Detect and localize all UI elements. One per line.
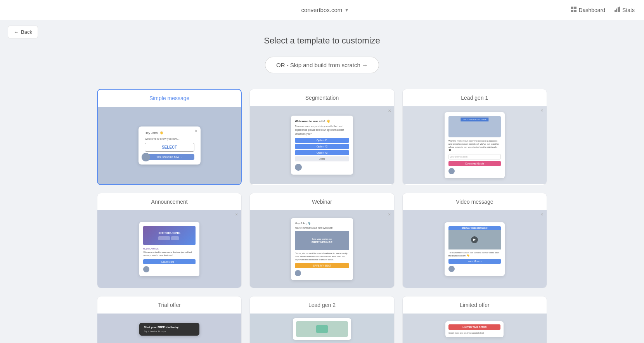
ann-preview-widget: ✕ INTRODUCING NEW FEATURES We are excite… <box>139 222 199 276</box>
preview-close-icon: ✕ <box>388 213 391 217</box>
seg-avatar <box>295 164 302 171</box>
trial-text: Start your FREE trial today! <box>144 326 195 329</box>
lead-avatar <box>448 168 455 174</box>
template-card-lead-gen-1[interactable]: Lead gen 1 ✕ FREE TRAINING COURSE Want t… <box>402 89 547 185</box>
svg-rect-5 <box>616 9 617 12</box>
ann-tag: NEW FEATURES <box>143 248 196 250</box>
preview-greeting: Hey John, 👋 <box>145 131 194 135</box>
lead-email-field: your@email.com <box>448 154 501 159</box>
template-card-lead-gen-2[interactable]: Lead gen 2 <box>249 296 394 343</box>
seg-other: Other <box>295 156 349 161</box>
skip-button[interactable]: OR - Skip and build from scratch → <box>265 57 379 73</box>
template-label-seg: Segmentation <box>250 89 394 106</box>
brand-selector[interactable]: convertbox.com ▼ <box>301 7 349 13</box>
nav-links: Dashboard Stats <box>571 7 635 13</box>
vid-body: To learn more about the content in this … <box>448 251 501 258</box>
stats-link[interactable]: Stats <box>615 7 635 13</box>
template-card-video-message[interactable]: Video message ✕ SPECIAL VIDEO MESSAGE! ▶… <box>402 193 547 288</box>
template-preview-vid: ✕ SPECIAL VIDEO MESSAGE! ▶ To learn more… <box>403 210 547 288</box>
web-image: Save your seat on our FREE WEBINAR <box>295 231 349 250</box>
seg-title: Welcome to our site! 👋 <box>295 120 349 123</box>
web-cta: SAVE MY SEAT <box>295 263 349 268</box>
template-preview-trial: Start your FREE trial today! Try it free… <box>97 314 241 343</box>
lead-footer <box>448 168 501 174</box>
dashboard-link[interactable]: Dashboard <box>571 7 606 13</box>
web-footer <box>295 270 349 276</box>
template-preview-seg: ✕ Welcome to our site! 👋 To make sure we… <box>250 106 394 184</box>
vid-avatar <box>448 266 455 272</box>
preview-close-icon: ✕ <box>540 213 544 217</box>
top-nav: convertbox.com ▼ Dashboard <box>0 0 644 20</box>
dashboard-label: Dashboard <box>579 7 606 13</box>
template-card-webinar[interactable]: Webinar ✕ Hey John, 🎙️ You're invited to… <box>249 193 394 288</box>
template-card-announcement[interactable]: Announcement ✕ INTRODUCING NEW FEATURE <box>97 193 242 288</box>
template-preview-limited: LIMITED TIME OFFER Don't miss out on thi… <box>403 314 547 343</box>
template-label-limited: Limited offer <box>403 296 547 314</box>
svg-rect-0 <box>571 7 573 9</box>
web-body: Come join us on this special webinar to … <box>295 252 349 261</box>
vid-preview-widget: ✕ SPECIAL VIDEO MESSAGE! ▶ To learn more… <box>445 222 505 276</box>
template-card-segmentation[interactable]: Segmentation ✕ Welcome to our site! 👋 To… <box>249 89 394 185</box>
back-button[interactable]: ← Back <box>8 26 38 38</box>
svg-rect-7 <box>619 7 620 12</box>
template-preview-web: ✕ Hey John, 🎙️ You're invited to our nex… <box>250 210 394 288</box>
dashboard-icon <box>571 7 576 13</box>
templates-grid: Simple message ✕ Hey John, 👋 We'd love t… <box>97 89 547 343</box>
template-preview-lead: ✕ FREE TRAINING COURSE Want to make your… <box>403 106 547 184</box>
brand-dropdown-icon: ▼ <box>345 8 349 12</box>
ann-cta: Learn More → <box>143 259 196 264</box>
template-label-vid: Video message <box>403 193 547 210</box>
stats-icon <box>615 7 620 13</box>
svg-rect-1 <box>574 7 576 9</box>
preview-cta: Yes, show me how → <box>145 154 194 160</box>
template-card-simple-message[interactable]: Simple message ✕ Hey John, 👋 We'd love t… <box>97 89 242 185</box>
template-label-trial: Trial offer <box>97 296 241 314</box>
back-arrow-icon: ← <box>14 29 19 35</box>
preview-close-icon: ✕ <box>540 109 544 113</box>
seg-preview-widget: ✕ Welcome to our site! 👋 To make sure we… <box>291 116 353 174</box>
template-card-limited-offer[interactable]: Limited offer LIMITED TIME OFFER Don't m… <box>402 296 547 343</box>
svg-rect-3 <box>574 10 576 12</box>
lead2-image <box>296 321 348 337</box>
lead-body: Want to make your ecommerce store a succ… <box>448 140 501 152</box>
vid-banner: SPECIAL VIDEO MESSAGE! <box>448 226 501 230</box>
svg-rect-6 <box>618 7 619 12</box>
vid-footer <box>448 266 501 272</box>
ann-banner: INTRODUCING <box>143 226 196 245</box>
limited-preview-widget: LIMITED TIME OFFER Don't miss out on thi… <box>445 321 504 337</box>
template-label-simple: Simple message <box>98 90 241 107</box>
preview-avatar <box>142 153 150 161</box>
lead-cta: Download Guide <box>448 161 501 166</box>
trial-preview-widget: Start your FREE trial today! Try it free… <box>139 323 199 336</box>
limited-sub: Don't miss out on this special deal! <box>448 332 500 334</box>
web-avatar <box>295 270 301 276</box>
seg-option3: Option #3 <box>295 150 349 155</box>
vid-thumbnail: ▶ <box>448 230 501 249</box>
preview-close-icon: ✕ <box>388 109 391 113</box>
template-label-lead: Lead gen 1 <box>403 89 547 106</box>
lead-preview-widget: ✕ FREE TRAINING COURSE Want to make your… <box>445 112 505 178</box>
template-label-ann: Announcement <box>97 193 241 210</box>
seg-desc: To make sure we provide you with the bes… <box>295 125 349 135</box>
limited-banner: LIMITED TIME OFFER <box>448 324 500 330</box>
vid-cta: Learn More → <box>448 259 501 264</box>
back-label: Back <box>21 29 32 35</box>
template-preview-lead2 <box>250 314 394 343</box>
lead-banner-label: FREE TRAINING COURSE <box>461 118 488 121</box>
ann-body: We are excited to announce that we just … <box>143 251 196 257</box>
template-card-trial-offer[interactable]: Trial offer Start your FREE trial today!… <box>97 296 242 343</box>
lead-banner: FREE TRAINING COURSE <box>448 116 501 137</box>
vid-play-icon: ▶ <box>471 236 478 243</box>
svg-rect-2 <box>571 10 573 12</box>
preview-select-btn: SELECT <box>145 143 194 152</box>
seg-option2: Option #2 <box>295 144 349 149</box>
seg-option1: Option #1 <box>295 138 349 143</box>
template-label-web: Webinar <box>250 193 394 210</box>
page-title: Select a template to customize <box>97 36 547 46</box>
simple-preview-widget: ✕ Hey John, 👋 We'd love to show you how.… <box>138 126 201 165</box>
ann-footer <box>143 266 196 272</box>
stats-label: Stats <box>622 7 635 13</box>
template-label-lead2: Lead gen 2 <box>250 296 394 314</box>
preview-close-icon: ✕ <box>194 129 197 133</box>
trial-sub: Try it free for 14 days <box>144 330 195 333</box>
